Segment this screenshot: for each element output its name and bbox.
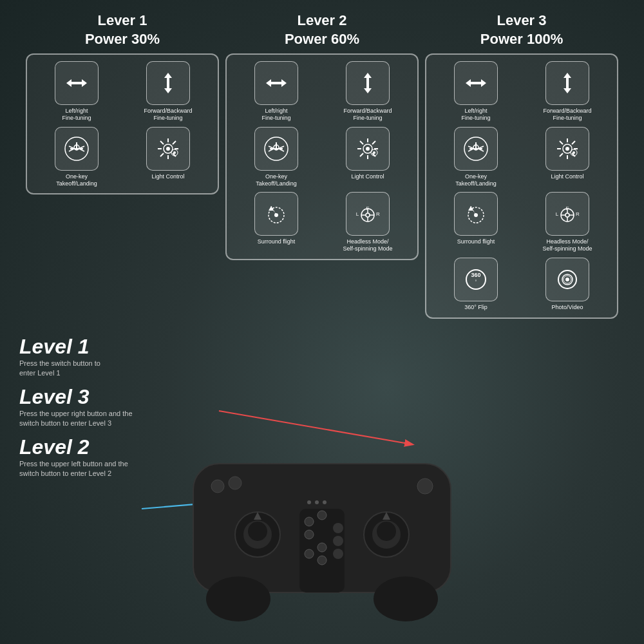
icon-label-3-3: One-key Takeoff/Landing (455, 173, 496, 187)
svg-line-66 (479, 146, 484, 148)
svg-point-117 (307, 500, 311, 504)
icon-item-1-2: Forward/Backward Fine-tuning (125, 61, 211, 122)
svg-point-115 (229, 477, 242, 489)
icon-label-2-4: Light Control (351, 173, 384, 180)
icon-label-3-7: 360° Flip (464, 304, 488, 311)
icon-item-2-5: Surround flight (233, 192, 319, 252)
svg-point-124 (305, 549, 314, 558)
svg-rect-26 (276, 142, 277, 150)
svg-line-18 (173, 141, 176, 144)
svg-line-65 (468, 146, 473, 148)
icon-box-lr-arrow (254, 61, 298, 105)
lever-panel-2: Lever 2 Power 60% Left/right Fine-tuning… (225, 12, 419, 319)
icon-label-3-4: Light Control (551, 173, 583, 180)
icon-item-2-4: Light Control (325, 127, 411, 187)
svg-point-97 (565, 278, 569, 281)
lever-icons-grid-1: Left/right Fine-tuning Forward/Backward … (33, 61, 211, 187)
icon-item-1-3: One-key Takeoff/Landing (33, 127, 120, 187)
level-name-1: Level 1 (19, 335, 133, 359)
icon-label-3-6: Headless Mode/ Self-spinning Mode (542, 238, 592, 252)
lever-box-2: Left/right Fine-tuning Forward/Backward … (225, 53, 419, 260)
icon-box-light (146, 127, 190, 171)
icon-label-1-4: Light Control (151, 173, 184, 180)
icon-item-3-1: Left/right Fine-tuning (433, 61, 519, 122)
lever-icons-grid-2: Left/right Fine-tuning Forward/Backward … (233, 61, 411, 252)
svg-line-40 (372, 141, 375, 144)
level-name-2: Level 3 (19, 385, 133, 409)
svg-line-16 (160, 141, 164, 144)
icon-item-1-1: Left/right Fine-tuning (33, 61, 120, 122)
svg-point-103 (374, 576, 438, 621)
icon-label-1-2: Forward/Backward Fine-tuning (144, 108, 192, 122)
level-desc-1: Press the switch button to enter Level 1 (19, 359, 133, 379)
levers-row: Lever 1 Power 30% Left/right Fine-tuning… (0, 0, 644, 319)
svg-point-119 (323, 500, 327, 504)
svg-line-31 (279, 146, 284, 148)
icon-label-1-3: One-key Takeoff/Landing (56, 173, 97, 187)
svg-point-21 (173, 151, 176, 154)
level-label-item-2: Level 3Press the upper right button and … (19, 385, 133, 429)
icon-label-1-1: Left/right Fine-tuning (62, 108, 91, 122)
svg-point-106 (248, 522, 267, 541)
icon-label-2-1: Left/right Fine-tuning (261, 108, 290, 122)
svg-point-116 (417, 478, 433, 494)
icon-item-3-6: F L R Headless Mode/ Self-spinning Mode (524, 192, 611, 252)
lever-panel-3: Lever 3 Power 100% Left/right Fine-tunin… (425, 12, 618, 319)
svg-line-38 (360, 141, 363, 144)
icon-box-lr-arrow (454, 61, 498, 105)
svg-line-73 (560, 141, 563, 144)
icon-item-2-3: One-key Takeoff/Landing (233, 127, 319, 187)
svg-text:360: 360 (471, 272, 480, 278)
icon-box-ud-arrow (346, 61, 390, 105)
svg-point-52 (366, 213, 370, 217)
svg-text:L: L (556, 211, 559, 217)
svg-point-123 (317, 543, 327, 552)
icon-box-drone-takeoff (454, 127, 498, 171)
icon-label-3-8: Photo/Video (552, 304, 583, 311)
lever-panel-1: Lever 1 Power 30% Left/right Fine-tuning… (26, 12, 219, 319)
svg-marker-58 (564, 73, 571, 93)
svg-point-122 (305, 530, 314, 539)
icon-item-3-8: Photo/Video (524, 258, 611, 311)
icon-box-light (346, 127, 390, 171)
lever-title-1: Lever 1 Power 30% (85, 12, 160, 48)
icon-box-headless: F L R (545, 192, 589, 236)
level-desc-3: Press the upper left button and the swit… (19, 459, 133, 479)
icon-box-surround (454, 192, 498, 236)
svg-text:R: R (576, 211, 580, 217)
level-desc-2: Press the upper right button and the swi… (19, 409, 133, 429)
svg-point-114 (211, 480, 224, 493)
svg-point-11 (166, 147, 170, 151)
icon-item-2-6: F L R Headless Mode/ Self-spinning Mode (325, 192, 411, 252)
svg-point-113 (333, 549, 343, 559)
svg-rect-61 (475, 142, 477, 150)
svg-point-109 (377, 522, 396, 541)
icon-box-drone-takeoff (55, 127, 99, 171)
icon-box-drone-takeoff (254, 127, 298, 171)
svg-marker-22 (266, 79, 287, 87)
icon-box-lr-arrow (55, 61, 99, 105)
icon-item-3-7: 360 ° 360° Flip (433, 258, 519, 311)
svg-point-33 (366, 147, 370, 151)
lever-title-3: Lever 3 Power 100% (480, 12, 563, 48)
icon-label-2-6: Headless Mode/ Self-spinning Mode (343, 238, 392, 252)
svg-marker-0 (66, 79, 87, 87)
svg-point-118 (315, 500, 319, 504)
lever-title-2: Lever 2 Power 60% (285, 12, 359, 48)
svg-point-111 (333, 523, 343, 533)
svg-marker-1 (164, 73, 172, 93)
icon-box-light (545, 127, 589, 171)
icon-box-flip360: 360 ° (454, 258, 498, 301)
svg-marker-23 (364, 73, 372, 93)
svg-point-87 (565, 213, 569, 217)
svg-line-19 (160, 153, 164, 156)
icon-box-surround (254, 192, 298, 236)
icon-item-3-4: Light Control (524, 127, 611, 187)
svg-line-30 (269, 146, 273, 148)
level-name-3: Level 2 (19, 435, 133, 459)
svg-point-43 (373, 151, 375, 154)
icon-item-3-5: Surround flight (433, 192, 519, 252)
icon-label-3-1: Left/right Fine-tuning (461, 108, 490, 122)
level-label-item-3: Level 2Press the upper left button and t… (19, 435, 133, 479)
svg-point-121 (317, 511, 327, 520)
